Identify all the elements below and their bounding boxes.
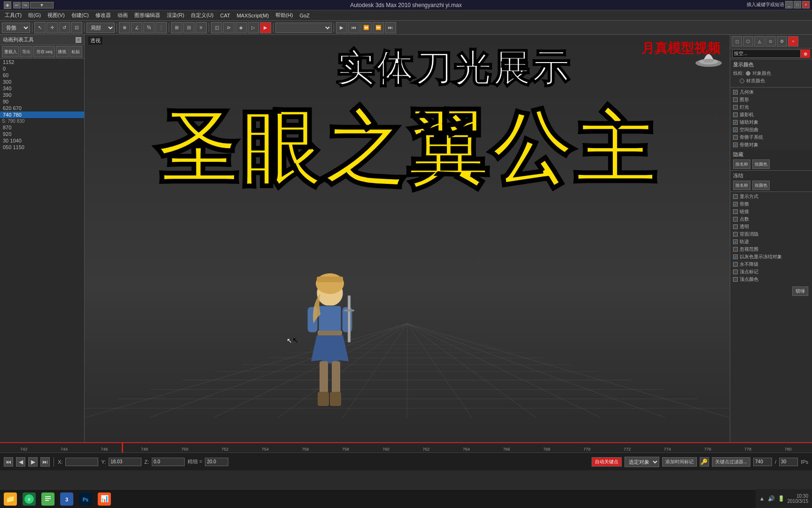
hide-byname-btn[interactable]: 按名称 — [733, 159, 750, 169]
anim-export-btn[interactable]: 导出 — [20, 46, 32, 57]
render-scene[interactable]: ▷ — [248, 22, 259, 33]
fps-input[interactable] — [779, 458, 798, 466]
anim-item-12[interactable]: 30 1040 — [0, 137, 84, 144]
search-box[interactable]: 插入减键字或短语 — [747, 1, 784, 8]
opt-display-cb[interactable] — [733, 194, 738, 199]
menu-render[interactable]: 渲染(R) — [164, 11, 187, 20]
opt-trans-cb[interactable] — [733, 224, 738, 229]
taskbar-app-extra[interactable]: 📊 — [96, 492, 113, 507]
taskbar-app-folder[interactable]: 📁 — [2, 492, 19, 507]
viewport-select[interactable] — [275, 23, 332, 33]
opt-link-cb[interactable] — [733, 209, 738, 214]
option-count[interactable]: 点数 — [732, 215, 810, 223]
anim-item-11[interactable]: 920 — [0, 131, 84, 137]
angle-snap[interactable]: ∠ — [131, 22, 142, 33]
spacewarp-checkbox[interactable]: ✓ — [733, 127, 738, 132]
option-vertex-color[interactable]: 顶点颜色 — [732, 276, 810, 283]
option-never-degrade[interactable]: 永不降级 — [732, 261, 810, 268]
menu-cat[interactable]: CAT — [217, 12, 233, 19]
minimize-btn[interactable]: _ — [785, 1, 793, 8]
display-item-camera[interactable]: 摄影机 — [732, 111, 810, 119]
frame-input[interactable] — [753, 458, 772, 466]
anim-item-6[interactable]: 90 — [0, 98, 84, 105]
anim-item-7[interactable]: 620 670 — [0, 105, 84, 111]
play-fwd-btn[interactable]: ▶ — [28, 457, 38, 467]
redo-btn[interactable]: ↪ — [22, 2, 29, 8]
scale-input[interactable] — [205, 458, 228, 466]
anim-item-13[interactable]: 050 1150 — [0, 144, 84, 151]
timeline-ruler[interactable]: 742 744 746 748 750 752 754 756 758 760 … — [0, 443, 812, 453]
option-link[interactable]: 链接 — [732, 208, 810, 215]
key-icon-btn[interactable]: 🔑 — [700, 457, 709, 467]
mirror-tool[interactable]: ⊞ — [171, 22, 182, 33]
menu-grapheditor[interactable]: 图形编辑器 — [132, 11, 163, 20]
jump-start[interactable]: ⏮ — [348, 22, 359, 33]
align-tool[interactable]: ≡ — [195, 22, 207, 33]
taskbar-app-browser[interactable]: e — [21, 492, 38, 507]
material-color-radio[interactable] — [740, 79, 744, 83]
light-tab[interactable]: ◬ — [754, 36, 765, 47]
option-track[interactable]: ✓ 轨迹 — [732, 238, 810, 246]
scale-tool[interactable]: ⊡ — [71, 22, 82, 33]
geo-tab[interactable]: ⬡ — [743, 36, 753, 47]
play-rev-btn[interactable]: ◀ — [16, 457, 25, 467]
option-display[interactable]: 显示方式 — [732, 193, 810, 200]
z-coord-input[interactable] — [152, 458, 185, 466]
object-color-radio[interactable] — [746, 71, 750, 76]
light-checkbox[interactable] — [733, 105, 738, 110]
camera-checkbox[interactable] — [733, 112, 738, 117]
display-item-spacewarp[interactable]: ✓ 空间扭曲 — [732, 126, 810, 134]
display-item-light[interactable]: 灯光 — [732, 103, 810, 111]
y-coord-input[interactable] — [109, 458, 141, 466]
display-item-boneobj[interactable]: ✓ 骨骼对象 — [732, 141, 810, 149]
bonesys-checkbox[interactable] — [733, 135, 738, 140]
display-item-geo[interactable]: ✓ 几何体 — [732, 88, 810, 96]
opt-neverdegrade-cb[interactable] — [733, 262, 738, 267]
viewport[interactable]: 透视 实体刀光展示 圣眼之翼公主 月真模型视频 — [85, 35, 730, 451]
option-ignore-range[interactable]: 忽视范围 — [732, 246, 810, 253]
close-tab[interactable]: × — [788, 36, 798, 47]
anim-reload-btn[interactable]: 重载入 — [2, 46, 19, 57]
opt-backface-cb[interactable] — [733, 232, 738, 237]
anim-savseq-btn[interactable]: 另存.seq — [33, 46, 55, 57]
taskbar-app-3dsmax[interactable]: 3 — [58, 492, 75, 507]
option-bones[interactable]: ✓ 骨骼 — [732, 200, 810, 208]
snap-toggle[interactable]: ⊕ — [119, 22, 130, 33]
toolbar-bones-dropdown[interactable]: 骨骼 — [2, 23, 30, 33]
anim-item-1[interactable]: 0 — [0, 65, 84, 72]
toolbar-local-dropdown[interactable]: 局部 — [86, 23, 115, 33]
jump-end[interactable]: ⏭ — [385, 22, 396, 33]
display-item-shape[interactable]: 图形 — [732, 96, 810, 103]
option-backface[interactable]: 背面消隐 — [732, 230, 810, 238]
taskbar-app-notepad[interactable] — [39, 492, 56, 507]
hide-bycolor-btn[interactable]: 按颜色 — [752, 159, 770, 169]
geo-checkbox[interactable]: ✓ — [733, 90, 738, 95]
menu-help[interactable]: 帮助(H) — [273, 11, 296, 20]
freeze-bycolor-btn[interactable]: 按颜色 — [752, 181, 770, 190]
spinner-snap[interactable]: ⋮ — [156, 22, 167, 33]
menu-customize[interactable]: 自定义(U) — [188, 11, 216, 20]
right-search-btn[interactable]: ⊕ — [801, 49, 810, 58]
close-btn[interactable]: × — [802, 1, 810, 8]
anim-paste-btn[interactable]: 粘贴 — [70, 46, 82, 57]
opt-vtxcolor-cb[interactable] — [733, 277, 738, 282]
anim-item-5[interactable]: 390 — [0, 92, 84, 98]
undo-btn[interactable]: ↩ — [13, 2, 21, 8]
anim-item-10[interactable]: 870 — [0, 124, 84, 131]
auto-key-btn[interactable]: 自动关键点 — [592, 457, 622, 467]
menu-create[interactable]: 创建(C) — [69, 11, 92, 20]
maximize-btn[interactable]: □ — [794, 1, 801, 8]
material-ed[interactable]: ◈ — [235, 22, 247, 33]
taskbar-app-photoshop[interactable]: Ps — [77, 492, 94, 507]
menu-tools[interactable]: 工具(T) — [2, 11, 24, 20]
display-tab[interactable]: ◻ — [732, 36, 742, 47]
menu-goz[interactable]: GoZ — [297, 12, 312, 19]
menu-animation[interactable]: 动画 — [115, 11, 131, 20]
option-grey-frozen[interactable]: ✓ 以灰色显示冻结对象 — [732, 253, 810, 261]
lock-hammer-btn[interactable]: 锁锤 — [792, 286, 808, 296]
keyfilter-btn[interactable]: 关键点过滤器... — [712, 457, 750, 467]
play-btn[interactable]: ▶ — [336, 22, 347, 33]
add-marker-btn[interactable]: 添加时间标记 — [662, 457, 697, 467]
right-search-input[interactable] — [732, 49, 801, 58]
layer-mgr[interactable]: ◫ — [211, 22, 222, 33]
